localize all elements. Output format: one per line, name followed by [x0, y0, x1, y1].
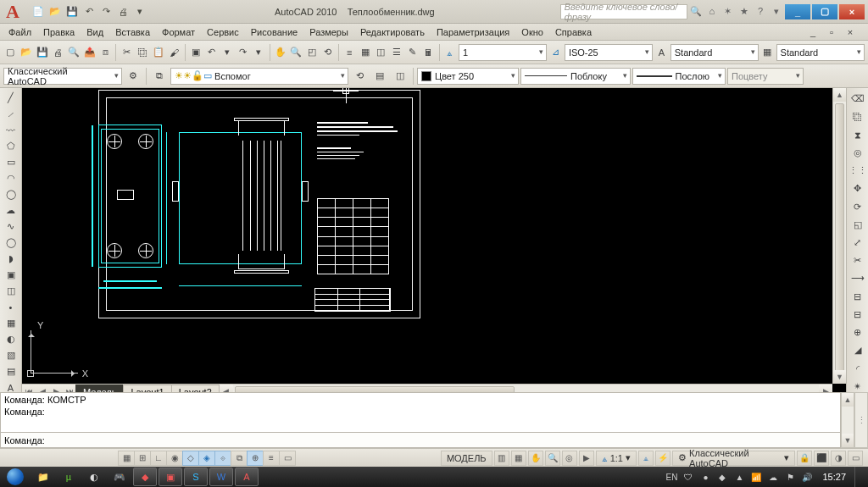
revcloud-tool-icon[interactable]: ☁ [3, 204, 19, 217]
taskbar-app2-icon[interactable]: ▣ [159, 468, 182, 486]
infocenter-search-input[interactable]: Введите ключевое слово/фразу [560, 4, 687, 19]
taskbar-clock[interactable]: 15:27 [817, 472, 851, 482]
region-tool-icon[interactable]: ▧ [3, 349, 19, 362]
doc-minimize-button[interactable]: _ [804, 23, 822, 42]
command-history[interactable]: Команда: КОМСТР Команда: [0, 392, 841, 433]
tray-network-icon[interactable]: 📶 [749, 470, 763, 484]
textstyle-dropdown[interactable]: Standard [670, 44, 759, 61]
circle-tool-icon[interactable]: ◯ [3, 188, 19, 201]
tray-icon-4[interactable]: ☁ [766, 470, 780, 484]
rectangle-tool-icon[interactable]: ▭ [3, 156, 19, 169]
join-icon[interactable]: ⊕ [849, 325, 866, 340]
layer-manager-icon[interactable]: ⧉ [150, 67, 169, 86]
layer-prev-icon[interactable]: ⟲ [350, 67, 369, 86]
line-tool-icon[interactable]: ╱ [3, 91, 19, 104]
copy-icon[interactable]: ⿻ [136, 43, 150, 62]
qat-redo-icon[interactable]: ↷ [98, 4, 114, 19]
cut-icon[interactable]: ✂ [120, 43, 134, 62]
break-at-icon[interactable]: ⊟ [849, 290, 866, 304]
undo-drop-icon[interactable]: ▾ [220, 43, 235, 62]
anno-vis-icon[interactable]: ⟁ [638, 451, 654, 466]
tray-volume-icon[interactable]: 🔊 [800, 470, 814, 484]
scroll-up-icon[interactable]: ▲ [833, 88, 846, 102]
command-scrollbar[interactable]: ▲ ▼ [841, 392, 854, 448]
showmotion-icon[interactable]: ▶ [579, 451, 594, 466]
cleanscreen-icon[interactable]: ▭ [848, 451, 863, 466]
publish-icon[interactable]: 📤 [82, 43, 97, 62]
taskbar-utorrent-icon[interactable]: µ [57, 468, 81, 486]
dimstyle-dropdown[interactable]: ISO-25 [565, 44, 653, 61]
undo-icon[interactable]: ↶ [204, 43, 219, 62]
extend-icon[interactable]: ⟶ [849, 271, 866, 285]
zoom-win-icon[interactable]: ◰ [305, 43, 320, 62]
menu-view[interactable]: Вид [81, 25, 108, 39]
rotate-icon[interactable]: ⟳ [849, 199, 866, 213]
doc-restore-button[interactable]: ▫ [822, 23, 841, 42]
layer-state-icon[interactable]: ▤ [370, 67, 389, 86]
polar-toggle[interactable]: ◉ [166, 451, 183, 466]
vscroll-thumb[interactable] [835, 103, 844, 383]
tablestyle-icon[interactable]: ▦ [760, 43, 775, 62]
anno-scale-icon[interactable]: ⟁ [442, 43, 457, 62]
ellipsearc-tool-icon[interactable]: ◗ [3, 252, 19, 265]
fillet-icon[interactable]: ◜ [849, 362, 866, 376]
erase-icon[interactable]: ⌫ [849, 91, 866, 106]
menu-format[interactable]: Формат [157, 25, 200, 39]
favorites-icon[interactable]: ★ [737, 5, 751, 19]
qp-toggle[interactable]: ▭ [279, 451, 296, 466]
subscription-icon[interactable]: ⌂ [705, 4, 719, 18]
osnap-toggle[interactable]: ◇ [182, 451, 199, 466]
zoom-prev-icon[interactable]: ⟲ [320, 43, 335, 62]
gradient-tool-icon[interactable]: ◐ [3, 333, 19, 346]
break-icon[interactable]: ⊟ [849, 307, 866, 322]
make-block-icon[interactable]: ◫ [3, 285, 19, 297]
qat-more-icon[interactable]: ▾ [132, 4, 147, 19]
redo-drop-icon[interactable]: ▾ [252, 43, 266, 62]
preview-icon[interactable]: 🔍 [67, 43, 81, 62]
snap-toggle[interactable]: ▦ [118, 451, 135, 466]
cmd-scroll-down-icon[interactable]: ▼ [842, 434, 854, 447]
offset-icon[interactable]: ◎ [849, 146, 866, 160]
menu-file[interactable]: Файл [3, 25, 36, 39]
copy-tool-icon[interactable]: ⿻ [849, 109, 866, 124]
workspace-status[interactable]: ⚙ Классический AutoCAD ▾ [672, 451, 795, 466]
menu-insert[interactable]: Вставка [110, 25, 155, 39]
tray-icon-2[interactable]: ◆ [715, 470, 729, 484]
taskbar-chrome-icon[interactable]: ◐ [82, 468, 106, 486]
qat-open-icon[interactable]: 📂 [47, 4, 63, 19]
textstyle-icon[interactable]: A [654, 43, 669, 62]
open-icon[interactable]: 📂 [19, 43, 34, 62]
paste-icon[interactable]: 📋 [152, 43, 166, 62]
lwt-toggle[interactable]: ≡ [263, 451, 280, 466]
mirror-icon[interactable]: ⧗ [849, 127, 866, 141]
scroll-down-icon[interactable]: ▼ [833, 370, 846, 384]
menu-parametric[interactable]: Параметризация [431, 25, 515, 39]
help-icon[interactable]: ? [754, 4, 767, 18]
tray-icon-3[interactable]: ▲ [732, 470, 746, 484]
tray-lang-indicator[interactable]: EN [665, 470, 678, 484]
start-button[interactable] [0, 467, 31, 487]
tray-shield-icon[interactable]: 🛡 [682, 470, 695, 484]
command-grip-icon[interactable]: ⋮ [854, 392, 868, 448]
isolate-icon[interactable]: ◑ [831, 451, 846, 466]
qat-new-icon[interactable]: 📄 [31, 4, 46, 19]
window-minimize-button[interactable]: _ [785, 4, 810, 19]
hatch-tool-icon[interactable]: ▦ [3, 317, 19, 329]
toolbar-lock-icon[interactable]: 🔒 [797, 451, 812, 466]
workspace-dropdown[interactable]: Классический AutoCAD [3, 68, 122, 85]
blockeditor-icon[interactable]: ▣ [189, 43, 203, 62]
array-icon[interactable]: ⋮⋮ [849, 163, 866, 178]
menu-draw[interactable]: Рисование [246, 25, 303, 39]
comm-center-icon[interactable]: ✶ [721, 5, 735, 19]
table-tool-icon[interactable]: ▤ [3, 365, 19, 378]
taskbar-autocad-icon[interactable]: A [235, 468, 259, 486]
save-icon[interactable]: 💾 [35, 43, 49, 62]
show-desktop-button[interactable] [854, 467, 863, 487]
qat-print-icon[interactable]: 🖨 [115, 4, 131, 19]
color-dropdown[interactable]: Цвет 250 [417, 68, 519, 85]
plotstyle-dropdown[interactable]: Поцвету [727, 68, 804, 85]
designcenter-icon[interactable]: ▦ [358, 43, 372, 62]
arc-tool-icon[interactable]: ◠ [3, 172, 19, 185]
taskbar-game-icon[interactable]: 🎮 [108, 468, 131, 486]
wheel-status-icon[interactable]: ◎ [562, 451, 577, 466]
